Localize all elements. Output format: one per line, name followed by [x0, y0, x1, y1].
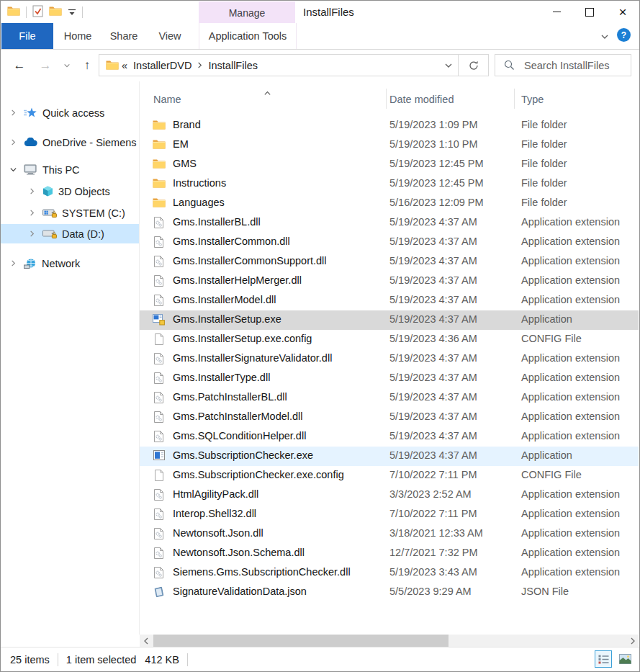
horizontal-scrollbar[interactable] [140, 635, 639, 647]
sidebar-item-network[interactable]: Network [1, 254, 139, 273]
breadcrumb-chevron-icon[interactable] [196, 61, 204, 69]
file-row[interactable]: EM5/19/2023 1:10 PMFile folder [140, 135, 639, 155]
file-row[interactable]: HtmlAgilityPack.dll3/3/2023 2:52 AMAppli… [140, 485, 639, 505]
file-date-modified: 3/3/2023 2:52 AM [389, 488, 472, 500]
maximize-button[interactable] [573, 1, 606, 23]
chevron-right-icon[interactable] [9, 259, 18, 267]
file-row[interactable]: Gms.InstallerCommon.dll5/19/2023 4:37 AM… [140, 233, 639, 252]
sidebar-item-label: OneDrive - Siemens [42, 137, 137, 148]
column-header-name[interactable]: Name [153, 94, 181, 105]
file-type: Application extension [521, 236, 620, 247]
file-row[interactable]: Newtonsoft.Json.dll3/18/2021 12:33 AMApp… [140, 524, 639, 544]
chevron-down-icon[interactable] [9, 166, 18, 174]
navigation-pane: Quick accessOneDrive - SiemensThis PC3D … [1, 81, 139, 635]
sidebar-item-quick-access[interactable]: Quick access [1, 103, 139, 122]
file-type: CONFIG File [521, 333, 582, 344]
file-row[interactable]: Gms.SQLConditionHelper.dll5/19/2023 4:37… [140, 427, 639, 447]
dll-icon [152, 392, 166, 403]
minimize-ribbon-chevron-icon[interactable] [600, 32, 609, 43]
file-row[interactable]: Languages5/16/2023 12:09 PMFile folder [140, 194, 639, 213]
folder-icon [152, 178, 166, 189]
file-date-modified: 5/19/2023 4:37 AM [389, 411, 477, 422]
refresh-button[interactable] [459, 55, 488, 76]
file-date-modified: 5/19/2023 4:37 AM [389, 255, 477, 266]
column-divider[interactable] [514, 89, 515, 109]
forward-button[interactable]: → [35, 55, 55, 76]
scroll-left-chevron-icon[interactable] [140, 635, 152, 647]
file-row[interactable]: Interop.Shell32.dll7/10/2022 7:11 PMAppl… [140, 505, 639, 524]
details-view-button[interactable] [595, 650, 612, 668]
tab-application-tools[interactable]: Application Tools [199, 23, 297, 49]
column-header-date-modified[interactable]: Date modified [389, 94, 454, 105]
file-row[interactable]: Gms.SubscriptionChecker.exe.config7/10/2… [140, 466, 639, 485]
chevron-right-icon[interactable] [9, 109, 18, 117]
file-row[interactable]: Gms.InstallerSetup.exe.config5/19/2023 4… [140, 330, 639, 349]
sidebar-item-this-pc[interactable]: This PC [1, 160, 139, 179]
close-button[interactable]: × [606, 1, 639, 23]
search-box[interactable] [495, 54, 631, 76]
sidebar-item-system-c[interactable]: SYSTEM (C:) [1, 203, 139, 223]
customize-toolbar-chevron-icon[interactable] [68, 6, 76, 18]
file-date-modified: 5/19/2023 4:37 AM [389, 274, 477, 286]
sidebar-item-data-d[interactable]: Data (D:) [1, 224, 139, 243]
column-divider[interactable] [386, 89, 387, 109]
properties-check-icon[interactable] [32, 5, 43, 19]
scrollbar-thumb[interactable] [153, 635, 449, 647]
dll-icon [152, 353, 166, 364]
search-input[interactable] [523, 59, 631, 72]
file-row[interactable]: Gms.InstallerHelpMerger.dll5/19/2023 4:3… [140, 272, 639, 291]
chevron-right-icon[interactable] [28, 230, 37, 238]
file-row[interactable]: Instructions5/19/2023 12:45 PMFile folde… [140, 174, 639, 194]
file-row[interactable]: Siemens.Gms.SubscriptionChecker.dll5/19/… [140, 563, 639, 583]
address-bar[interactable]: « InstallerDVD InstallFiles [99, 54, 489, 76]
recent-locations-chevron-icon[interactable] [60, 55, 74, 76]
chevron-right-icon[interactable] [28, 209, 37, 217]
file-type: File folder [521, 158, 567, 169]
help-button[interactable]: ? [617, 28, 631, 42]
back-button[interactable]: ← [9, 55, 30, 76]
selection-size: 412 KB [145, 654, 179, 666]
up-button[interactable]: ↑ [77, 55, 97, 76]
sidebar-item-label: Network [42, 258, 80, 269]
file-date-modified: 3/18/2021 12:33 AM [389, 527, 483, 539]
sidebar-item-onedrive-siemens[interactable]: OneDrive - Siemens [1, 133, 139, 152]
breadcrumb-installerdvd[interactable]: InstallerDVD [133, 60, 191, 71]
file-row[interactable]: Gms.InstallerType.dll5/19/2023 4:37 AMAp… [140, 369, 639, 388]
contextual-tab-header[interactable]: Manage [199, 1, 295, 24]
thumbnail-view-button[interactable] [616, 650, 634, 668]
file-row[interactable]: Brand5/19/2023 1:09 PMFile folder [140, 116, 639, 135]
file-row[interactable]: Gms.PatchInstallerModel.dll5/19/2023 4:3… [140, 408, 639, 427]
file-row[interactable]: Gms.InstallerSetup.exe5/19/2023 4:37 AMA… [140, 310, 639, 330]
file-row[interactable]: Gms.InstallerSignatureValidator.dll5/19/… [140, 349, 639, 369]
file-date-modified: 5/19/2023 4:37 AM [389, 430, 477, 442]
column-header-type[interactable]: Type [521, 94, 544, 105]
file-row[interactable]: Gms.InstallerModel.dll5/19/2023 4:37 AMA… [140, 291, 639, 310]
file-row[interactable]: Gms.InstallerCommonSupport.dll5/19/2023 … [140, 252, 639, 272]
title-bar: Manage InstallFiles × [1, 1, 639, 23]
minimize-button[interactable] [540, 1, 573, 23]
file-row[interactable]: Newtonsoft.Json.Schema.dll12/7/2021 7:32… [140, 544, 639, 563]
address-dropdown-chevron-icon[interactable] [438, 55, 458, 76]
file-row[interactable]: GMS5/19/2023 12:45 PMFile folder [140, 155, 639, 174]
file-type: Application [521, 313, 572, 325]
file-row[interactable]: Gms.PatchInstallerBL.dll5/19/2023 4:37 A… [140, 388, 639, 408]
dll-icon [152, 411, 166, 423]
file-row[interactable]: Gms.SubscriptionChecker.exe5/19/2023 4:3… [140, 447, 639, 466]
new-folder-icon[interactable] [49, 6, 62, 19]
breadcrumb-overflow[interactable]: « [122, 60, 127, 71]
sidebar-item-3d-objects[interactable]: 3D Objects [1, 182, 139, 201]
file-name: Gms.InstallerSignatureValidator.dll [173, 352, 332, 364]
tab-file[interactable]: File [1, 23, 53, 49]
tab-home[interactable]: Home [55, 23, 100, 49]
drive-win-icon [42, 207, 57, 218]
file-row[interactable]: SignatureValidationData.json5/5/2023 9:2… [140, 583, 639, 602]
tab-share[interactable]: Share [102, 23, 146, 49]
chevron-right-icon[interactable] [28, 187, 37, 195]
dll-icon [152, 295, 166, 306]
breadcrumb-installfiles[interactable]: InstallFiles [208, 60, 258, 71]
tab-view[interactable]: View [149, 23, 191, 49]
scroll-right-chevron-icon[interactable] [626, 635, 639, 647]
file-name: Newtonsoft.Json.Schema.dll [173, 547, 305, 558]
file-row[interactable]: Gms.InstallerBL.dll5/19/2023 4:37 AMAppl… [140, 213, 639, 233]
chevron-right-icon[interactable] [9, 138, 18, 146]
